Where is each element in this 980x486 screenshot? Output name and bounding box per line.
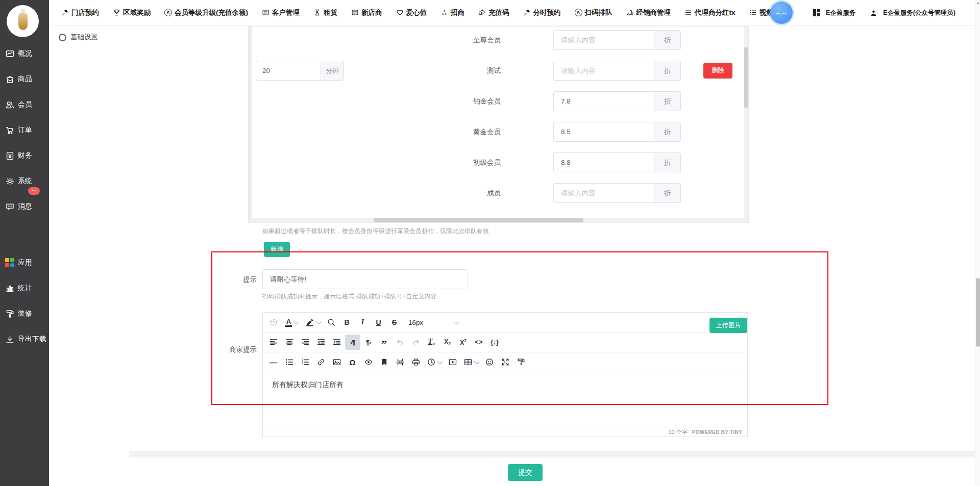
powered-by-tiny[interactable]: POWERED BY TINY bbox=[692, 429, 742, 435]
editor-content-area[interactable]: 所有解决权归门店所有 bbox=[263, 372, 747, 427]
align-left-icon[interactable] bbox=[266, 335, 281, 350]
cart-icon bbox=[5, 125, 15, 135]
sidebar-item-decorate[interactable]: 装修 bbox=[0, 301, 49, 326]
sidebar-item-system[interactable]: 系统 bbox=[0, 168, 49, 194]
special-char-icon[interactable]: Ω bbox=[345, 354, 360, 370]
panel-horizontal-scrollbar[interactable] bbox=[249, 218, 748, 222]
member-discount-input-1[interactable] bbox=[553, 61, 654, 81]
sidebar-item-members[interactable]: 会员 bbox=[0, 92, 49, 117]
member-discount-input-5[interactable] bbox=[553, 183, 654, 203]
numbered-list-icon[interactable]: 123 bbox=[298, 354, 313, 370]
tip-hint-text: 扫码排队成功时提示，提示语格式:排队成功+排队号+自定义内容 bbox=[262, 292, 436, 301]
undo-icon[interactable] bbox=[393, 335, 408, 350]
chevron-down-icon bbox=[437, 359, 442, 364]
page-scrollbar[interactable]: ▲ bbox=[975, 0, 980, 486]
topnav-item-dealer-mgmt[interactable]: 经销商管理 bbox=[626, 8, 671, 17]
text-color-icon[interactable]: A bbox=[282, 315, 302, 330]
add-row-button[interactable]: 新增 bbox=[264, 242, 290, 257]
delete-row-button[interactable]: 删除 bbox=[703, 63, 732, 79]
account-item-admin[interactable]: E企盈服务(公众号管理员) bbox=[870, 9, 955, 17]
datetime-icon[interactable] bbox=[424, 354, 445, 370]
panel-horizontal-scroll-thumb[interactable] bbox=[374, 218, 583, 222]
topnav-item-member-upgrade[interactable]: S会员等级升级(充值余额) bbox=[164, 8, 248, 17]
panel-vertical-scroll-thumb[interactable] bbox=[744, 47, 748, 108]
clock-avatar[interactable]: --:-- bbox=[770, 2, 793, 24]
member-discount-input-2[interactable] bbox=[553, 91, 654, 111]
shopping-bag-icon bbox=[5, 74, 15, 84]
bold-icon[interactable]: B bbox=[339, 315, 355, 330]
topnav-item-love-value[interactable]: 爱心值 bbox=[396, 8, 427, 17]
topnav-item-scan-queue[interactable]: S扫码排队 bbox=[575, 8, 612, 17]
emoji-icon[interactable] bbox=[482, 354, 497, 370]
topnav-item-time-booking[interactable]: 分时预约 bbox=[523, 8, 561, 17]
inline-code-icon[interactable]: <> bbox=[472, 335, 487, 350]
member-discount-input-3[interactable] bbox=[553, 122, 654, 142]
gear-icon bbox=[5, 176, 15, 186]
submenu-item-basic-settings[interactable]: 基础设置 bbox=[59, 33, 98, 42]
font-size-select[interactable]: 16px bbox=[403, 315, 463, 330]
hr-icon[interactable]: — bbox=[266, 354, 281, 370]
clock-text: --:-- bbox=[776, 10, 787, 16]
sidebar-item-orders[interactable]: 订单 bbox=[0, 117, 49, 143]
section-divider bbox=[129, 451, 975, 457]
store-avatar[interactable] bbox=[7, 5, 39, 37]
fullscreen-icon[interactable] bbox=[498, 354, 513, 370]
highlight-color-icon[interactable] bbox=[303, 315, 323, 330]
ltr-icon[interactable]: ›¶ bbox=[345, 335, 360, 350]
panel-vertical-scrollbar[interactable] bbox=[744, 27, 748, 218]
anchor-icon[interactable] bbox=[377, 354, 392, 370]
page-scroll-thumb[interactable] bbox=[976, 278, 980, 347]
topnav-item-customer-mgmt[interactable]: 客户管理 bbox=[262, 8, 300, 17]
strikethrough-icon[interactable]: S bbox=[387, 315, 402, 330]
submit-button[interactable]: 提交 bbox=[508, 464, 543, 481]
discount-unit-suffix: 折 bbox=[654, 91, 681, 111]
history-icon[interactable] bbox=[266, 315, 281, 330]
account-item-service[interactable]: E企盈服务 bbox=[813, 9, 855, 17]
topnav-item-agent-dividend[interactable]: 代理商分红tx bbox=[684, 8, 736, 17]
sidebar-item-export[interactable]: 导出下载 bbox=[0, 326, 49, 352]
link-icon[interactable] bbox=[313, 354, 329, 370]
topnav-item-leasing[interactable]: 租赁 bbox=[313, 8, 337, 17]
redo-icon[interactable] bbox=[408, 335, 424, 350]
media-icon[interactable] bbox=[445, 354, 460, 370]
subscript-icon[interactable]: X2 bbox=[440, 335, 455, 350]
sidebar-item-overview[interactable]: 概况 bbox=[0, 41, 49, 66]
indent-icon[interactable] bbox=[329, 335, 345, 350]
sidebar-item-products[interactable]: 商品 bbox=[0, 66, 49, 92]
italic-icon[interactable]: I bbox=[355, 315, 371, 330]
queue-duration-input[interactable] bbox=[256, 61, 321, 81]
underline-icon[interactable]: U bbox=[371, 315, 386, 330]
outdent-icon[interactable] bbox=[313, 335, 329, 350]
clear-format-icon[interactable]: T× bbox=[424, 335, 439, 350]
bullet-list-icon[interactable] bbox=[282, 354, 297, 370]
tip-input[interactable] bbox=[262, 269, 468, 289]
format-paint-icon[interactable] bbox=[513, 354, 529, 370]
align-right-icon[interactable] bbox=[298, 335, 313, 350]
topnav-item-new-store[interactable]: 新店商 bbox=[351, 8, 382, 17]
topnav-item-region-reward[interactable]: 区域奖励 bbox=[113, 8, 151, 17]
sidebar-item-finance[interactable]: 财务 bbox=[0, 143, 49, 168]
topnav-item-recharge-code[interactable]: 充值码 bbox=[478, 8, 509, 17]
sidebar-item-messages[interactable]: 消息··· bbox=[0, 194, 49, 219]
topnav-item-investment[interactable]: 招商 bbox=[440, 8, 464, 17]
superscript-icon[interactable]: X2 bbox=[456, 335, 471, 350]
print-icon[interactable] bbox=[408, 354, 424, 370]
scroll-up-arrow-icon[interactable]: ▲ bbox=[975, 1, 980, 5]
rtl-icon[interactable]: ¶‹ bbox=[361, 335, 376, 350]
blockquote-icon[interactable]: ” bbox=[377, 335, 392, 350]
member-discount-input-0[interactable] bbox=[553, 30, 654, 50]
search-icon[interactable] bbox=[324, 315, 339, 330]
upload-image-button[interactable]: 上传图片 bbox=[709, 318, 747, 333]
page-break-icon[interactable] bbox=[393, 354, 408, 370]
topnav-item-store-booking[interactable]: 门店预约 bbox=[61, 8, 99, 17]
sidebar-item-apps[interactable]: 应用 bbox=[0, 250, 49, 275]
image-icon[interactable] bbox=[329, 354, 345, 370]
code-sample-icon[interactable]: {;} bbox=[487, 335, 503, 350]
member-discount-input-4[interactable] bbox=[553, 152, 654, 172]
preview-icon[interactable] bbox=[361, 354, 376, 370]
table-icon[interactable] bbox=[461, 354, 481, 370]
align-center-icon[interactable] bbox=[282, 335, 297, 350]
sidebar-item-stats[interactable]: 统计 bbox=[0, 275, 49, 301]
editor-status-bar: 10 个字 POWERED BY TINY bbox=[263, 427, 747, 437]
chevron-down-icon bbox=[315, 319, 321, 324]
